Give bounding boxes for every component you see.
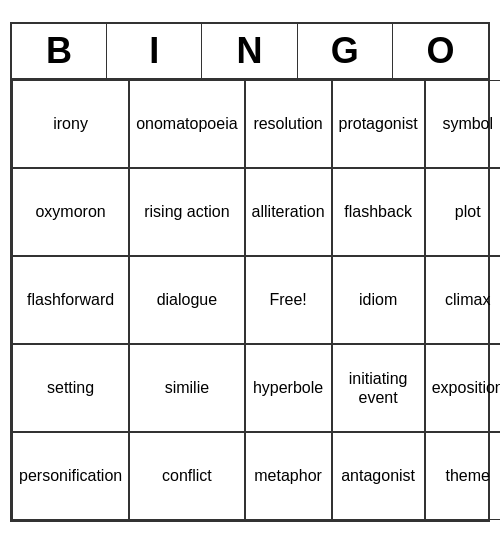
bingo-cell-12: Free! — [245, 256, 332, 344]
bingo-cell-15: setting — [12, 344, 129, 432]
header-letter-o: O — [393, 24, 488, 78]
bingo-cell-14: climax — [425, 256, 500, 344]
bingo-cell-22: metaphor — [245, 432, 332, 520]
cell-text-6: rising action — [144, 202, 229, 221]
bingo-cell-6: rising action — [129, 168, 244, 256]
cell-text-8: flashback — [344, 202, 412, 221]
bingo-cell-4: symbol — [425, 80, 500, 168]
header-letter-i: I — [107, 24, 202, 78]
bingo-cell-2: resolution — [245, 80, 332, 168]
cell-text-1: onomatopoeia — [136, 114, 237, 133]
bingo-cell-0: irony — [12, 80, 129, 168]
bingo-cell-5: oxymoron — [12, 168, 129, 256]
bingo-cell-7: alliteration — [245, 168, 332, 256]
bingo-cell-11: dialogue — [129, 256, 244, 344]
cell-text-16: similie — [165, 378, 209, 397]
bingo-cell-19: exposition — [425, 344, 500, 432]
bingo-cell-23: antagonist — [332, 432, 425, 520]
header-letter-g: G — [298, 24, 393, 78]
cell-text-24: theme — [445, 466, 489, 485]
bingo-cell-8: flashback — [332, 168, 425, 256]
bingo-cell-17: hyperbole — [245, 344, 332, 432]
bingo-cell-10: flashforward — [12, 256, 129, 344]
bingo-cell-1: onomatopoeia — [129, 80, 244, 168]
cell-text-3: protagonist — [339, 114, 418, 133]
cell-text-23: antagonist — [341, 466, 415, 485]
cell-text-4: symbol — [442, 114, 493, 133]
cell-text-17: hyperbole — [253, 378, 323, 397]
cell-text-19: exposition — [432, 378, 500, 397]
cell-text-10: flashforward — [27, 290, 114, 309]
bingo-cell-24: theme — [425, 432, 500, 520]
bingo-card: BINGO ironyonomatopoeiaresolutionprotago… — [10, 22, 490, 522]
cell-text-14: climax — [445, 290, 490, 309]
cell-text-12: Free! — [269, 290, 306, 309]
header-letter-b: B — [12, 24, 107, 78]
cell-text-15: setting — [47, 378, 94, 397]
bingo-cell-3: protagonist — [332, 80, 425, 168]
cell-text-7: alliteration — [252, 202, 325, 221]
bingo-cell-16: similie — [129, 344, 244, 432]
cell-text-5: oxymoron — [35, 202, 105, 221]
cell-text-2: resolution — [253, 114, 322, 133]
cell-text-21: conflict — [162, 466, 212, 485]
header-letter-n: N — [202, 24, 297, 78]
cell-text-9: plot — [455, 202, 481, 221]
bingo-grid: ironyonomatopoeiaresolutionprotagonistsy… — [12, 80, 488, 520]
bingo-cell-18: initiating event — [332, 344, 425, 432]
cell-text-0: irony — [53, 114, 88, 133]
bingo-cell-9: plot — [425, 168, 500, 256]
bingo-cell-21: conflict — [129, 432, 244, 520]
bingo-cell-13: idiom — [332, 256, 425, 344]
bingo-header: BINGO — [12, 24, 488, 80]
cell-text-22: metaphor — [254, 466, 322, 485]
cell-text-11: dialogue — [157, 290, 218, 309]
cell-text-20: personification — [19, 466, 122, 485]
cell-text-18: initiating event — [339, 369, 418, 407]
bingo-cell-20: personification — [12, 432, 129, 520]
cell-text-13: idiom — [359, 290, 397, 309]
